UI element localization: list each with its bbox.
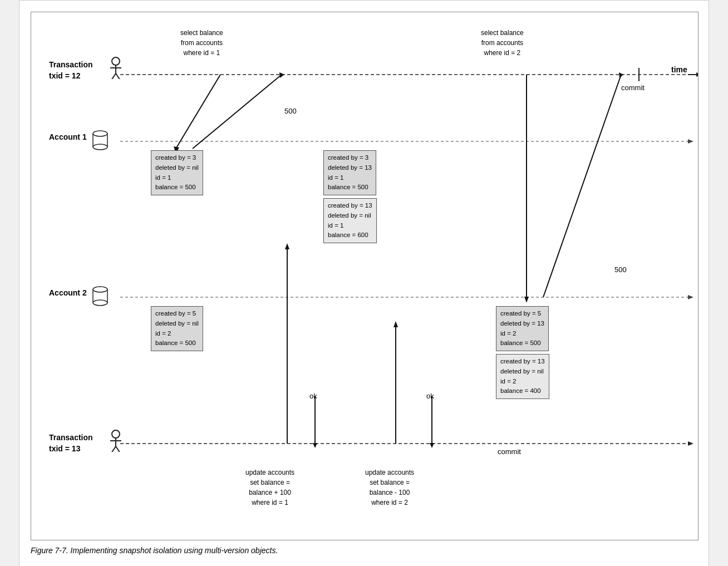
value-500-acc2: 500	[614, 265, 627, 274]
svg-point-38	[93, 300, 107, 306]
cylinder-acc2	[91, 285, 110, 307]
ok-label-2: ok	[426, 392, 434, 400]
svg-marker-12	[279, 72, 284, 78]
svg-marker-2	[696, 72, 698, 77]
svg-point-39	[112, 430, 120, 438]
svg-marker-20	[430, 443, 434, 448]
record-box-5: created by = 5 deleted by = 13 id = 2 ba…	[496, 306, 549, 351]
svg-point-34	[93, 144, 107, 150]
svg-point-31	[93, 131, 107, 136]
svg-marker-14	[285, 243, 289, 249]
svg-point-35	[93, 287, 107, 292]
svg-point-26	[112, 57, 120, 65]
svg-line-29	[111, 73, 116, 79]
svg-marker-6	[688, 295, 693, 299]
svg-marker-24	[619, 72, 623, 78]
record-box-3: created by = 13 deleted by = nil id = 1 …	[323, 198, 377, 243]
value-500-acc1: 500	[284, 107, 297, 115]
sql-select-acc1: select balancefrom accountswhere id = 1	[180, 28, 223, 58]
record-box-1: created by = 3 deleted by = nil id = 1 b…	[151, 150, 203, 195]
svg-line-43	[116, 446, 120, 452]
svg-line-11	[193, 75, 282, 149]
commit-tx12: commit	[621, 83, 645, 92]
acc2-label: Account 2	[49, 288, 87, 299]
record-box-4: created by = 5 deleted by = nil id = 2 b…	[151, 306, 203, 351]
page-container: Transaction txid = 12 Account 1 A	[19, 0, 709, 566]
sql-update-acc1: update accountsset balance =balance + 10…	[245, 467, 294, 508]
tx12-label: Transaction txid = 12	[49, 60, 93, 81]
svg-line-23	[543, 75, 621, 297]
figure-caption: Figure 7-7. Implementing snapshot isolat…	[31, 546, 697, 555]
svg-line-42	[111, 446, 116, 452]
sql-select-acc2: select balancefrom accountswhere id = 2	[481, 28, 524, 58]
record-box-2: created by = 3 deleted by = 13 id = 1 ba…	[323, 150, 376, 195]
svg-marker-22	[524, 297, 529, 303]
acc1-label: Account 1	[49, 132, 87, 143]
record-box-6: created by = 13 deleted by = nil id = 2 …	[496, 354, 549, 399]
cylinder-acc1	[91, 129, 110, 151]
diagram-svg	[31, 12, 698, 540]
time-label: time	[671, 65, 687, 74]
person-icon-tx13	[107, 430, 124, 452]
sql-update-acc2: update accountsset balance =balance - 10…	[365, 467, 414, 508]
ok-label-1: ok	[309, 392, 317, 400]
tx13-label: Transaction txid = 13	[49, 432, 93, 454]
svg-marker-8	[688, 441, 693, 446]
svg-line-9	[176, 75, 220, 149]
diagram-area: Transaction txid = 12 Account 1 A	[31, 12, 699, 540]
svg-line-30	[116, 73, 120, 79]
svg-marker-16	[313, 443, 317, 448]
person-icon-tx12	[107, 57, 124, 79]
svg-marker-18	[393, 321, 398, 327]
svg-marker-4	[688, 139, 693, 144]
commit-tx13: commit	[498, 447, 521, 456]
